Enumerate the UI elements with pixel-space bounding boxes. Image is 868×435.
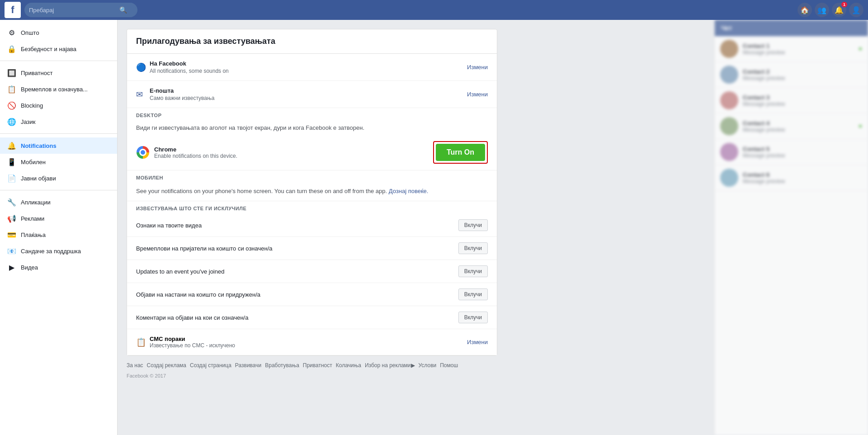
settings-panel: Прилагодувања за известувањата 🔵 На Face… <box>127 29 497 356</box>
email-row-content: Е-пошта Само важни известувања <box>150 87 467 101</box>
bell-icon: 🔔 <box>7 141 16 150</box>
sidebar-item-videa[interactable]: ▶ Видеа <box>0 259 117 275</box>
chat-name-6: Contact 6 <box>743 171 863 178</box>
learn-more-link[interactable]: Дознај повеќе. <box>389 188 429 194</box>
facebook-edit-link[interactable]: Измени <box>467 64 488 71</box>
sidebar-item-javni[interactable]: 📄 Јавни објави <box>0 170 117 186</box>
chat-item-3[interactable]: Contact 3 Message preview <box>715 88 868 113</box>
video-icon: ▶ <box>7 263 16 272</box>
timeline-icon: 📋 <box>7 85 16 94</box>
chat-header: Чет <box>715 20 868 36</box>
chat-info-4: Contact 4 Message preview <box>743 120 858 133</box>
facebook-row-content: На Facebook All notifications, some soun… <box>150 60 467 74</box>
chat-item-5[interactable]: Contact 5 Message preview <box>715 139 868 165</box>
search-bar[interactable]: 🔍 <box>24 3 137 17</box>
footer-copyright: Facebook © 2017 <box>127 371 705 378</box>
footer-link-9[interactable]: Помош <box>440 362 458 369</box>
email-row-action[interactable]: Измени <box>467 91 488 98</box>
sidebar-label-opsto: Општо <box>21 29 39 36</box>
account-icon-btn[interactable]: 👤 <box>849 3 863 17</box>
footer-links: За нас Создај реклама Создај страница Ра… <box>127 356 497 371</box>
nav-right-area: 🏠 👥 🔔 1 👤 <box>797 3 863 17</box>
mobile-desc-text: See your notifications on your phone's h… <box>136 188 387 194</box>
sms-title: СМС пораки <box>150 336 467 342</box>
sidebar-divider-1 <box>0 61 117 61</box>
chrome-name: Chrome <box>154 146 433 153</box>
sidebar-label-bezbed: Безбедност и најава <box>21 46 76 52</box>
sms-icon: 📋 <box>136 337 150 347</box>
sidebar-item-blocking[interactable]: 🚫 Blocking <box>0 97 117 113</box>
vkluchi-btn-2[interactable]: Вклучи <box>458 265 488 277</box>
sidebar-item-apps[interactable]: 🔧 Апликации <box>0 194 117 210</box>
turn-on-button[interactable]: Turn On <box>436 144 485 161</box>
chat-info-2: Contact 2 Message preview <box>743 68 863 81</box>
chat-msg-3: Message preview <box>743 101 863 107</box>
chat-item-2[interactable]: Contact 2 Message preview <box>715 62 868 88</box>
public-icon: 📄 <box>7 174 16 183</box>
notification-icon-btn[interactable]: 🔔 1 <box>832 3 846 17</box>
chat-msg-1: Message preview <box>743 49 858 56</box>
online-indicator-1 <box>858 47 863 51</box>
footer-link-6[interactable]: Колачиња <box>336 362 361 369</box>
chrome-sub: Enable notifications on this device. <box>154 153 433 159</box>
mobile-section-header: МОБИЛЕН <box>127 170 497 183</box>
footer-link-2[interactable]: Создај страница <box>190 362 231 369</box>
chat-item-6[interactable]: Contact 6 Message preview <box>715 165 868 191</box>
footer-link-3[interactable]: Развивачи <box>235 362 261 369</box>
vkluchi-btn-1[interactable]: Вклучи <box>458 242 488 254</box>
avatar-3 <box>720 91 738 109</box>
online-indicator-4 <box>858 124 863 128</box>
sidebar-label-javni: Јавни објави <box>21 175 56 182</box>
sidebar-item-mobilen[interactable]: 📱 Мобилен <box>0 154 117 170</box>
excl-label-0: Ознаки на твоите видеа <box>136 222 458 229</box>
panel-title: Прилагодувања за известувањата <box>136 37 275 46</box>
chat-info-3: Contact 3 Message preview <box>743 94 863 107</box>
email-edit-link[interactable]: Измени <box>467 91 488 98</box>
sidebar-item-opsto[interactable]: ⚙ Општо <box>0 24 117 41</box>
sidebar-item-bezbed[interactable]: 🔒 Безбедност и најава <box>0 41 117 57</box>
vkluchi-btn-4[interactable]: Вклучи <box>458 312 488 323</box>
avatar-1 <box>720 40 738 58</box>
chat-name-5: Contact 5 <box>743 146 863 152</box>
sidebar-item-notifications[interactable]: 🔔 Notifications <box>0 137 117 154</box>
footer-link-8[interactable]: Услови <box>419 362 437 369</box>
sms-edit-link[interactable]: Измени <box>467 339 488 345</box>
chat-name-1: Contact 1 <box>743 43 858 49</box>
blocking-icon: 🚫 <box>7 101 16 110</box>
home-icon-btn[interactable]: 🏠 <box>797 3 812 17</box>
panel-header: Прилагодувања за известувањата <box>127 29 497 54</box>
desktop-desc: Види ги известувањата во аголот на твојо… <box>127 121 497 137</box>
sidebar-item-plakjanja[interactable]: 💳 Плаќања <box>0 227 117 243</box>
sidebar-item-jazik[interactable]: 🌐 Јазик <box>0 113 117 130</box>
avatar-4 <box>720 117 738 135</box>
excluded-section-header: ИЗВЕСТУВАЊА ШТО СТЕ ГИ ИСКЛУЧИЛЕ <box>127 201 497 214</box>
chrome-text: Chrome Enable notifications on this devi… <box>154 146 433 159</box>
sidebar-item-vremepl[interactable]: 📋 Времеплов и означува... <box>0 81 117 97</box>
sidebar-item-reklami[interactable]: 📢 Реклами <box>0 210 117 227</box>
payments-icon: 💳 <box>7 230 16 239</box>
sms-action[interactable]: Измени <box>467 339 488 345</box>
chat-item-4[interactable]: Contact 4 Message preview <box>715 113 868 139</box>
chat-info-5: Contact 5 Message preview <box>743 146 863 159</box>
sidebar-label-jazik: Јазик <box>21 118 36 125</box>
footer-link-4[interactable]: Вработувања <box>265 362 299 369</box>
notification-badge: 1 <box>841 2 847 7</box>
friends-icon-btn[interactable]: 👥 <box>815 3 829 17</box>
chat-item-1[interactable]: Contact 1 Message preview <box>715 36 868 62</box>
chat-info-6: Contact 6 Message preview <box>743 171 863 184</box>
sidebar-item-privatnost[interactable]: 🔲 Приватност <box>0 65 117 81</box>
footer-link-0[interactable]: За нас <box>127 362 143 369</box>
footer-link-5[interactable]: Приватност <box>303 362 332 369</box>
search-input[interactable] <box>29 7 119 14</box>
vkluchi-btn-3[interactable]: Вклучи <box>458 288 488 300</box>
chrome-row: Chrome Enable notifications on this devi… <box>127 137 497 170</box>
sidebar-item-sandace[interactable]: 📧 Сандаче за поддршка <box>0 243 117 259</box>
privacy-icon: 🔲 <box>7 68 16 77</box>
fb-logo: f <box>5 2 21 18</box>
email-notification-row: ✉ Е-пошта Само важни известувања Измени <box>127 81 497 108</box>
sidebar-label-plakjanja: Плаќања <box>21 232 46 238</box>
footer-link-1[interactable]: Создај реклама <box>147 362 186 369</box>
footer-link-7[interactable]: Избор на реклами▶ <box>365 362 415 369</box>
facebook-row-action[interactable]: Измени <box>467 64 488 71</box>
vkluchi-btn-0[interactable]: Вклучи <box>458 219 488 231</box>
